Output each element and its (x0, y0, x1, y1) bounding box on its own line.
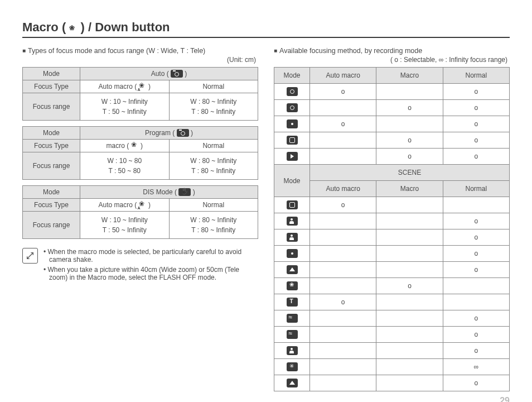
cell (310, 262, 376, 278)
mode-dis: DIS Mode ( ) (80, 186, 258, 199)
dis-icon (287, 119, 298, 128)
cell: o (443, 213, 509, 229)
cell: o (376, 132, 443, 149)
dis-type-a: Auto macro ( ) (80, 199, 170, 212)
table-row: o o (274, 84, 510, 100)
hdr-macro: Macro (376, 68, 443, 84)
label-focus-range: Focus range (23, 212, 80, 239)
cell: o (443, 229, 509, 246)
table-row: o (274, 375, 510, 391)
movie-icon (287, 152, 298, 161)
cell: o (443, 100, 509, 116)
cell: ∞ (443, 359, 509, 375)
mode-dis-text: DIS Mode ( (143, 188, 177, 196)
cell (376, 116, 443, 132)
cell: o (443, 84, 509, 100)
program-range-b-w: W : 80 ~ Infinity (190, 157, 236, 165)
mode-icon-cell (274, 343, 310, 359)
cell: o (443, 310, 509, 327)
cell (376, 262, 443, 278)
dis-type-b: Normal (169, 199, 258, 212)
label-mode: Mode (23, 68, 80, 80)
cell (443, 197, 509, 213)
table-row: o (274, 262, 510, 278)
cell (310, 343, 376, 359)
right-heading: ■Available focusing method, by recording… (274, 47, 510, 55)
cell (310, 213, 376, 229)
hdr-macro: Macro (376, 181, 443, 197)
table-row: o (274, 278, 510, 294)
program-range-a-t: T : 50 ~ 80 (109, 167, 141, 175)
cell: o (310, 84, 376, 100)
page-number: 29 (22, 396, 510, 402)
table-row: o o (274, 149, 510, 165)
auto-type-a-text: Auto macro ( (99, 83, 137, 90)
dis-range-a-w: W : 10 ~ Infinity (101, 216, 148, 224)
cell: o (443, 149, 509, 165)
cell (376, 310, 443, 327)
table-row: o (274, 343, 510, 359)
cell: o (310, 116, 376, 132)
auto-type-b: Normal (169, 80, 258, 93)
label-focus-type: Focus Type (23, 199, 80, 212)
cell: o (443, 343, 509, 359)
macro-flower-icon (69, 25, 77, 33)
cell (310, 246, 376, 262)
scene-closeup-icon (287, 281, 298, 290)
cell (310, 100, 376, 116)
mode-program-text: Program ( (145, 129, 175, 137)
dis-type-a-text: Auto macro ( (99, 201, 137, 209)
scene-sunset-icon (287, 314, 298, 323)
cell: o (443, 132, 509, 149)
left-heading: ■Types of focus mode and focus range (W … (22, 47, 258, 55)
table-row: o (274, 229, 510, 246)
dis-range-b: W : 80 ~ Infinity T : 80 ~ Infinity (169, 212, 258, 239)
table-row: ∞ (274, 359, 510, 375)
program-type-a-text: macro ( (107, 142, 129, 150)
cell (376, 213, 443, 229)
scene-beach-icon (287, 379, 298, 387)
left-column: ■Types of focus mode and focus range (W … (22, 47, 258, 391)
note-box: When the macro mode is selected, be part… (22, 248, 258, 284)
left-heading-text: Types of focus mode and focus range (W :… (28, 47, 205, 55)
auto-range-a-t: T : 50 ~ Infinity (103, 108, 147, 116)
cell: o (443, 375, 509, 391)
mode-icon-cell (274, 359, 310, 375)
mode-icon-cell (274, 149, 310, 165)
dis-range-a-t: T : 50 ~ Infinity (103, 226, 147, 234)
note-item: When you take a picture within 40cm (Wid… (43, 266, 258, 281)
program-range-b-t: T : 80 ~ Infinity (191, 167, 235, 175)
auto-mode-icon (171, 70, 183, 78)
program-range-a: W : 10 ~ 80 T : 50 ~ 80 (80, 152, 170, 180)
note-icon (22, 248, 38, 264)
auto-range-b-t: T : 80 ~ Infinity (191, 108, 235, 116)
auto-range-b-w: W : 80 ~ Infinity (190, 98, 236, 106)
program-range-a-w: W : 10 ~ 80 (107, 157, 142, 165)
label-focus-range: Focus range (23, 152, 80, 180)
cell (310, 229, 376, 246)
bullet-square-icon: ■ (274, 47, 277, 54)
mode-icon-cell (274, 294, 310, 310)
label-focus-range: Focus range (23, 93, 80, 121)
cell (376, 197, 443, 213)
auto-icon (287, 87, 298, 96)
cell (310, 359, 376, 375)
scene-firework-icon (287, 362, 298, 371)
table-row: o o (274, 116, 510, 132)
cell (310, 149, 376, 165)
cell: o (443, 246, 509, 262)
scene-night-icon (287, 249, 298, 258)
program-range-b: W : 80 ~ Infinity T : 80 ~ Infinity (169, 152, 258, 180)
legend: ( o : Selectable, ∞ : Infinity focus ran… (274, 56, 507, 64)
table-row: o o (274, 100, 510, 116)
unit-label: (Unit: cm) (22, 56, 256, 64)
cell (310, 278, 376, 294)
cell: o (443, 262, 509, 278)
cell: o (376, 149, 443, 165)
dis-range-b-w: W : 80 ~ Infinity (190, 216, 236, 224)
hdr-scene: SCENE (310, 165, 510, 181)
cell (310, 132, 376, 149)
mode-icon-cell (274, 246, 310, 262)
table-row: o (274, 213, 510, 229)
right-column: ■Available focusing method, by recording… (274, 47, 510, 391)
